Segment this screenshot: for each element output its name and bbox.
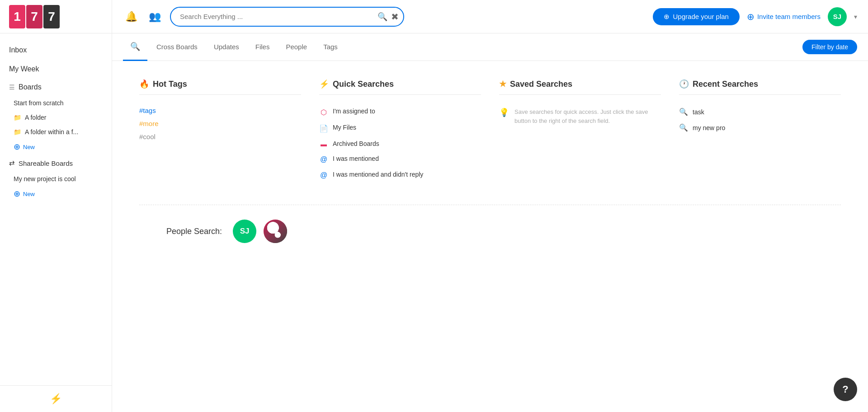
logo-area: 1 7 7 (0, 0, 112, 33)
quick-item-assigned-label: I'm assigned to (333, 108, 375, 115)
new-shareable-button[interactable]: ⊕ New (0, 186, 112, 201)
tab-files[interactable]: Files (248, 35, 277, 60)
invite-plus-icon: ⊕ (747, 11, 755, 22)
search-input[interactable] (170, 7, 404, 27)
tab-people[interactable]: People (278, 35, 314, 60)
quick-searches-label: Quick Searches (333, 80, 394, 89)
folder1-icon: 📁 (14, 114, 21, 121)
recent-clock-icon: 🕐 (679, 79, 689, 89)
mention-no-reply-icon: @ (319, 171, 328, 179)
person-avatar-sj[interactable]: SJ (233, 220, 256, 243)
logo-block-2: 7 (26, 5, 42, 28)
avatar-caret-icon[interactable]: ▾ (854, 13, 857, 20)
saved-searches-column: ★ Saved Searches 💡 Save searches for qui… (499, 79, 661, 183)
new-shareable-plus-icon: ⊕ (14, 189, 20, 199)
tag-item-more[interactable]: #more (139, 117, 301, 130)
tab-updates-label: Updates (214, 43, 239, 51)
people-search-label: People Search: (166, 227, 222, 236)
saved-placeholder-text: Save searches for quick access. Just cli… (514, 108, 661, 125)
sidebar-item-inbox[interactable]: Inbox (0, 41, 112, 60)
invite-button[interactable]: ⊕ Invite team members (747, 11, 821, 22)
tag-item-cool[interactable]: #cool (139, 130, 301, 143)
recent-item-task-label: task (693, 108, 704, 116)
recent-search-icon-2: 🔍 (679, 123, 688, 132)
tag-item-tags[interactable]: #tags (139, 104, 301, 117)
search-magnifier-icon[interactable]: 🔍 (377, 12, 387, 22)
tab-updates[interactable]: Updates (207, 35, 246, 60)
saved-star-icon: ★ (499, 79, 506, 89)
fire-icon: 🔥 (139, 79, 149, 89)
hot-tags-label: Hot Tags (153, 80, 187, 89)
sidebar-boards-header[interactable]: ☰ Boards (0, 79, 112, 96)
header: 🔔 👥 🔍 ✖ ⊕ Upgrade your plan ⊕ Invite tea… (112, 0, 868, 33)
quick-item-my-files[interactable]: 📄 My Files (319, 120, 481, 136)
search-bar: 🔍 ✖ (170, 7, 404, 27)
file-icon: 📄 (319, 124, 328, 133)
boards-lines-icon: ☰ (9, 84, 15, 91)
sidebar-top-items: Inbox My Week (0, 41, 112, 79)
quick-item-archived[interactable]: ▬ Archived Boards (319, 136, 481, 151)
quick-item-assigned[interactable]: ⬡ I'm assigned to (319, 104, 481, 120)
quick-item-mentioned-no-reply-label: I was mentioned and didn't reply (333, 171, 423, 178)
recent-search-icon-1: 🔍 (679, 108, 688, 116)
upgrade-button[interactable]: ⊕ Upgrade your plan (653, 8, 740, 25)
logo-block-1: 1 (9, 5, 25, 28)
sidebar-item-start-from-scratch[interactable]: Start from scratch (0, 96, 112, 110)
quick-bolt-icon: ⚡ (319, 79, 329, 89)
recent-searches-column: 🕐 Recent Searches 🔍 task 🔍 my new pro (679, 79, 841, 183)
bolt-icon[interactable]: ⚡ (50, 393, 62, 405)
quick-item-mentioned[interactable]: @ I was mentioned (319, 151, 481, 167)
saved-placeholder: 💡 Save searches for quick access. Just c… (499, 104, 661, 129)
tab-tags-label: Tags (323, 43, 338, 51)
search-icons: 🔍 ✖ (377, 11, 399, 22)
team-button[interactable]: 👥 (146, 9, 163, 25)
main-content: 🔔 👥 🔍 ✖ ⊕ Upgrade your plan ⊕ Invite tea… (112, 0, 868, 412)
search-content: 🔥 Hot Tags #tags #more #cool ⚡ Quick Sea… (112, 61, 868, 261)
tab-all[interactable]: 🔍 (123, 33, 147, 61)
bulb-icon: 💡 (499, 108, 510, 125)
recent-item-my-new-pro-label: my new pro (693, 124, 725, 131)
shareable-boards-section[interactable]: ⇄ Shareable Boards (0, 154, 112, 172)
hot-tags-column: 🔥 Hot Tags #tags #more #cool (139, 79, 301, 183)
new-plus-icon: ⊕ (14, 142, 20, 152)
share-icon: ⇄ (9, 159, 15, 167)
person-avatar-pink[interactable] (264, 220, 287, 243)
quick-searches-column: ⚡ Quick Searches ⬡ I'm assigned to 📄 My … (319, 79, 481, 183)
quick-item-mentioned-no-reply[interactable]: @ I was mentioned and didn't reply (319, 167, 481, 183)
saved-searches-title: ★ Saved Searches (499, 79, 661, 95)
search-grid: 🔥 Hot Tags #tags #more #cool ⚡ Quick Sea… (139, 79, 841, 183)
tab-tags[interactable]: Tags (316, 35, 345, 60)
recent-item-my-new-pro[interactable]: 🔍 my new pro (679, 120, 841, 136)
search-clear-icon[interactable]: ✖ (391, 11, 399, 22)
tab-files-label: Files (255, 43, 270, 51)
quick-item-mentioned-label: I was mentioned (333, 155, 379, 162)
sidebar-item-my-week[interactable]: My Week (0, 60, 112, 79)
tab-people-label: People (286, 43, 307, 51)
my-new-project-label: My new project is cool (14, 175, 76, 183)
sidebar: 1 7 7 Inbox My Week ☰ Boards Start from … (0, 0, 112, 412)
new-board-label: New (23, 144, 35, 150)
sidebar-item-folder2[interactable]: 📁 A folder within a f... (0, 125, 112, 139)
help-button[interactable]: ? (834, 378, 857, 401)
recent-searches-title: 🕐 Recent Searches (679, 79, 841, 95)
tab-all-search-icon: 🔍 (130, 42, 140, 52)
tab-cross-boards[interactable]: Cross Boards (149, 35, 205, 60)
archive-icon: ▬ (319, 140, 328, 148)
quick-item-my-files-label: My Files (333, 124, 356, 131)
user-avatar-button[interactable]: SJ (828, 7, 847, 26)
person-avatar-pink-inner (264, 220, 287, 243)
recent-item-task[interactable]: 🔍 task (679, 104, 841, 120)
filter-by-date-button[interactable]: Filter by date (802, 40, 857, 54)
new-shareable-label: New (23, 191, 35, 197)
notifications-button[interactable]: 🔔 (123, 9, 139, 25)
quick-item-archived-label: Archived Boards (333, 140, 379, 147)
new-board-button[interactable]: ⊕ New (0, 139, 112, 154)
divider (139, 205, 841, 205)
sidebar-item-my-new-project[interactable]: My new project is cool (0, 172, 112, 186)
folder2-icon: 📁 (14, 128, 21, 136)
saved-searches-label: Saved Searches (510, 80, 572, 89)
tab-cross-boards-label: Cross Boards (156, 43, 198, 51)
shareable-boards-label: Shareable Boards (19, 159, 73, 167)
sidebar-item-folder1[interactable]: 📁 A folder (0, 110, 112, 125)
search-panel: 🔍 Cross Boards Updates Files People Tags… (112, 33, 868, 412)
